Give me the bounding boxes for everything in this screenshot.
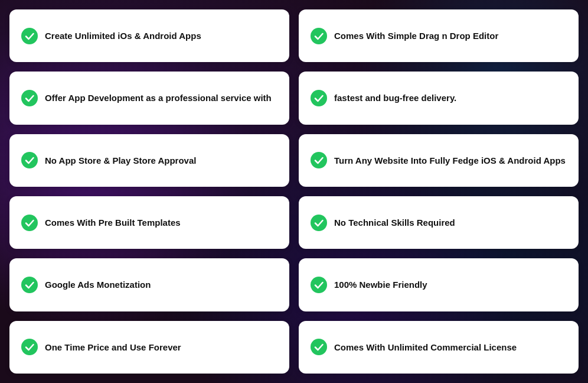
feature-card-one-time-price: One Time Price and Use Forever [9, 321, 289, 374]
check-icon [21, 277, 38, 293]
feature-text: One Time Price and Use Forever [45, 341, 181, 353]
feature-card-drag-drop: Comes With Simple Drag n Drop Editor [299, 9, 579, 62]
check-icon [21, 339, 38, 355]
svg-point-11 [311, 339, 327, 355]
check-icon [311, 90, 327, 106]
svg-point-10 [311, 277, 327, 293]
feature-text: Google Ads Monetization [45, 278, 151, 291]
svg-point-9 [311, 215, 327, 231]
features-grid: Create Unlimited iOs & Android Apps Offe… [0, 0, 588, 383]
feature-text: Offer App Development as a professional … [45, 92, 272, 104]
check-icon [21, 90, 38, 106]
svg-point-6 [311, 28, 327, 44]
svg-point-1 [21, 90, 38, 106]
svg-point-0 [21, 28, 38, 44]
check-icon [311, 215, 327, 231]
feature-text: No Technical Skills Required [334, 216, 455, 229]
feature-card-no-technical: No Technical Skills Required [299, 196, 579, 249]
check-icon [21, 152, 38, 168]
feature-card-no-app-store: No App Store & Play Store Approval [9, 134, 289, 187]
check-icon [21, 215, 38, 231]
feature-card-bug-free: fastest and bug-free delivery. [299, 72, 579, 124]
svg-point-5 [21, 339, 38, 355]
check-icon [311, 152, 327, 168]
feature-text: Create Unlimited iOs & Android Apps [45, 30, 201, 42]
feature-text: Comes With Unlimited Commercial License [334, 341, 517, 353]
check-icon [311, 277, 327, 293]
check-icon [21, 28, 38, 44]
svg-point-4 [21, 277, 38, 293]
svg-point-7 [311, 90, 327, 106]
feature-card-pre-built: Comes With Pre Built Templates [9, 196, 289, 249]
feature-text: Comes With Simple Drag n Drop Editor [334, 30, 498, 42]
svg-point-8 [311, 152, 327, 168]
svg-point-2 [21, 152, 38, 168]
feature-text: Turn Any Website Into Fully Fedge iOS & … [334, 154, 566, 167]
check-icon [311, 339, 327, 355]
feature-text: fastest and bug-free delivery. [334, 92, 456, 104]
feature-text: No App Store & Play Store Approval [45, 154, 196, 167]
feature-card-offer-app-dev: Offer App Development as a professional … [9, 72, 289, 124]
check-icon [311, 28, 327, 44]
feature-text: 100% Newbie Friendly [334, 278, 427, 291]
feature-card-google-ads: Google Ads Monetization [9, 258, 289, 311]
feature-card-newbie-friendly: 100% Newbie Friendly [299, 258, 579, 311]
feature-card-create-unlimited: Create Unlimited iOs & Android Apps [9, 9, 289, 62]
feature-card-turn-any-website: Turn Any Website Into Fully Fedge iOS & … [299, 134, 579, 187]
feature-card-commercial-license: Comes With Unlimited Commercial License [299, 321, 579, 374]
feature-text: Comes With Pre Built Templates [45, 216, 181, 229]
svg-point-3 [21, 215, 38, 231]
